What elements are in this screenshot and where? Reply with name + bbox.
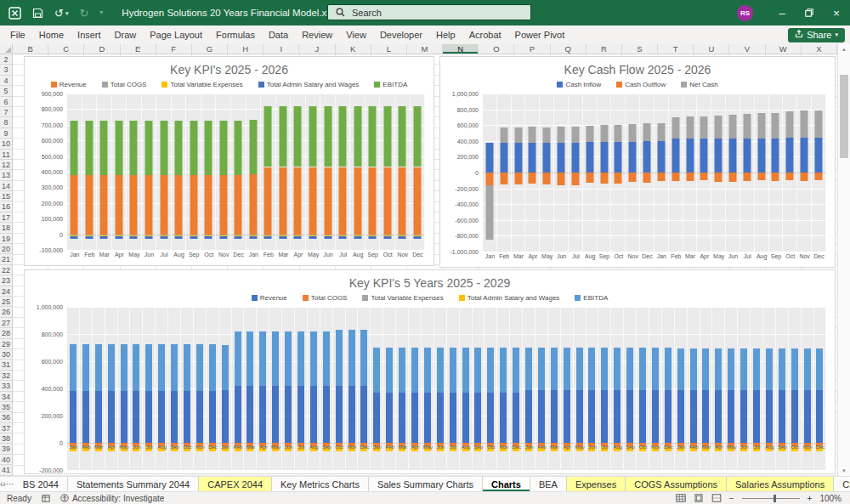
column-header-E[interactable]: E — [121, 44, 156, 54]
row-header-26[interactable]: 26 — [0, 307, 12, 317]
row-header-33[interactable]: 33 — [0, 381, 12, 391]
column-header-O[interactable]: O — [479, 44, 514, 54]
close-button[interactable]: × — [823, 0, 850, 25]
column-header-C[interactable]: C — [48, 44, 84, 54]
chart-key-kpis-5-years-2025-2029[interactable]: Key KPI's 5 Years 2025 - 2029RevenueTota… — [24, 269, 836, 474]
avatar[interactable]: RS — [737, 5, 753, 21]
sheet-tab-chart-d[interactable]: Chart D — [834, 477, 850, 491]
sheet-tab-charts[interactable]: Charts — [483, 477, 530, 491]
row-header-27[interactable]: 27 — [0, 318, 12, 328]
scroll-up-icon[interactable]: ▲ — [838, 47, 850, 52]
sheet-tab-cogs-assumptions[interactable]: COGS Assumptions — [626, 477, 727, 491]
column-header-X[interactable]: X — [802, 44, 837, 54]
ribbon-tab-acrobat[interactable]: Acrobat — [469, 30, 502, 40]
share-button[interactable]: Share ▾ — [788, 28, 845, 42]
column-header-G[interactable]: G — [192, 44, 228, 54]
sheet-tab-expenses[interactable]: Expenses — [567, 477, 626, 491]
row-header-3[interactable]: 3 — [0, 65, 12, 75]
undo-button[interactable]: ↺▾ — [54, 8, 68, 19]
row-header-2[interactable]: 2 — [0, 54, 12, 65]
page-layout-view-icon[interactable] — [694, 494, 704, 502]
zoom-in-button[interactable]: + — [808, 494, 813, 503]
macro-record-icon[interactable] — [42, 495, 50, 502]
row-header-7[interactable]: 7 — [0, 107, 12, 117]
select-all-corner[interactable] — [0, 44, 13, 54]
column-header-J[interactable]: J — [299, 44, 335, 54]
ribbon-tab-developer[interactable]: Developer — [380, 30, 422, 40]
zoom-out-button[interactable]: − — [729, 494, 734, 503]
row-header-6[interactable]: 6 — [0, 97, 12, 107]
row-header-34[interactable]: 34 — [0, 392, 12, 402]
accessibility-label[interactable]: Accessibility: Investigate — [72, 494, 164, 503]
row-header-30[interactable]: 30 — [0, 349, 12, 360]
row-header-35[interactable]: 35 — [0, 402, 12, 412]
column-header-B[interactable]: B — [13, 44, 48, 54]
column-header-Q[interactable]: Q — [551, 44, 586, 54]
row-header-36[interactable]: 36 — [0, 412, 12, 422]
column-header-N[interactable]: N — [443, 44, 479, 54]
sheet-tab-bea[interactable]: BEA — [530, 477, 567, 491]
column-header-H[interactable]: H — [228, 44, 264, 54]
search-box[interactable] — [327, 4, 531, 20]
sheet-tab-statements-summary-2044[interactable]: Statements Summary 2044 — [68, 477, 199, 491]
vertical-scrollbar[interactable]: ▲ ▼ — [837, 44, 850, 476]
column-header-K[interactable]: K — [336, 44, 371, 54]
column-header-D[interactable]: D — [84, 44, 120, 54]
zoom-slider[interactable] — [742, 498, 800, 499]
customize-quick-access-icon[interactable]: ▾ — [99, 9, 103, 16]
zoom-slider-thumb[interactable] — [774, 495, 776, 502]
row-header-11[interactable]: 11 — [0, 150, 12, 160]
chart-key-kpis-2025-2026[interactable]: Key KPI's 2025 - 2026RevenueTotal COGSTo… — [24, 56, 434, 266]
accessibility-icon[interactable]: Accessibility: Investigate — [60, 494, 164, 503]
column-header-T[interactable]: T — [658, 44, 694, 54]
column-header-V[interactable]: V — [729, 44, 765, 54]
ribbon-tab-file[interactable]: File — [10, 30, 26, 40]
scroll-down-icon[interactable]: ▼ — [838, 468, 850, 473]
row-header-18[interactable]: 18 — [0, 223, 12, 233]
column-header-U[interactable]: U — [694, 44, 729, 54]
row-header-20[interactable]: 20 — [0, 244, 12, 254]
row-header-24[interactable]: 24 — [0, 286, 12, 297]
restore-button[interactable] — [796, 0, 823, 25]
column-header-L[interactable]: L — [371, 44, 407, 54]
column-header-W[interactable]: W — [766, 44, 802, 54]
column-header-M[interactable]: M — [407, 44, 443, 54]
row-header-14[interactable]: 14 — [0, 181, 12, 191]
ribbon-tab-view[interactable]: View — [346, 30, 366, 40]
row-header-39[interactable]: 39 — [0, 444, 12, 454]
column-header-R[interactable]: R — [586, 44, 622, 54]
row-header-8[interactable]: 8 — [0, 117, 12, 127]
column-header-F[interactable]: F — [156, 44, 192, 54]
ribbon-tab-help[interactable]: Help — [436, 30, 456, 40]
sheet-tab-more-left-icon[interactable]: ⋯ — [6, 477, 14, 491]
row-header-22[interactable]: 22 — [0, 265, 12, 275]
sheet-tab-key-metrics-charts[interactable]: Key Metrics Charts — [272, 477, 369, 491]
ribbon-tab-formulas[interactable]: Formulas — [216, 30, 255, 40]
row-header-32[interactable]: 32 — [0, 371, 12, 381]
sheet-tab-sales-summary-charts[interactable]: Sales Summary Charts — [369, 477, 483, 491]
column-header-S[interactable]: S — [622, 44, 658, 54]
row-header-21[interactable]: 21 — [0, 254, 12, 264]
sheet-tab-bs-2044[interactable]: BS 2044 — [14, 477, 68, 491]
row-header-28[interactable]: 28 — [0, 328, 12, 338]
page-break-view-icon[interactable] — [711, 494, 722, 502]
row-header-13[interactable]: 13 — [0, 170, 12, 180]
row-header-38[interactable]: 38 — [0, 433, 12, 444]
column-header-I[interactable]: I — [264, 44, 299, 54]
row-header-4[interactable]: 4 — [0, 76, 12, 86]
row-header-9[interactable]: 9 — [0, 128, 12, 139]
row-header-37[interactable]: 37 — [0, 423, 12, 433]
row-header-15[interactable]: 15 — [0, 191, 12, 201]
row-header-29[interactable]: 29 — [0, 339, 12, 349]
row-header-10[interactable]: 10 — [0, 139, 12, 149]
sheet-tab-capex-2044[interactable]: CAPEX 2044 — [199, 477, 272, 491]
chart-key-cash-flow-2025-2026[interactable]: Key Cash Flow 2025 - 2026Cash InflowCash… — [439, 56, 836, 268]
vertical-scrollbar-thumb[interactable] — [840, 75, 848, 158]
ribbon-tab-data[interactable]: Data — [269, 30, 288, 40]
redo-button[interactable]: ↻ — [79, 8, 88, 19]
ribbon-tab-review[interactable]: Review — [302, 30, 332, 40]
sheet-tab-salaries-assumptions[interactable]: Salaries Assumptions — [727, 477, 834, 491]
row-header-16[interactable]: 16 — [0, 201, 12, 212]
ribbon-tab-insert[interactable]: Insert — [77, 30, 101, 40]
ribbon-tab-power-pivot[interactable]: Power Pivot — [515, 30, 565, 40]
